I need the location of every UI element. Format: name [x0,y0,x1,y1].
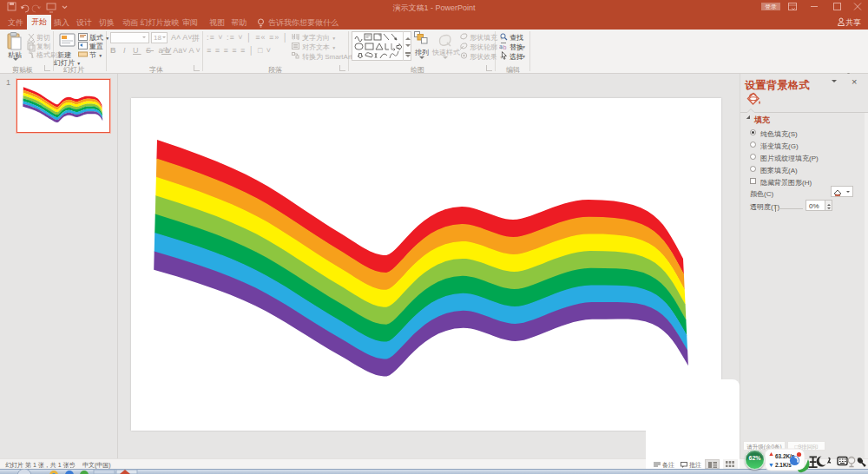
svg-text:ab: ab [69,461,75,466]
svg-text:2.1K/s: 2.1K/s [775,462,792,468]
